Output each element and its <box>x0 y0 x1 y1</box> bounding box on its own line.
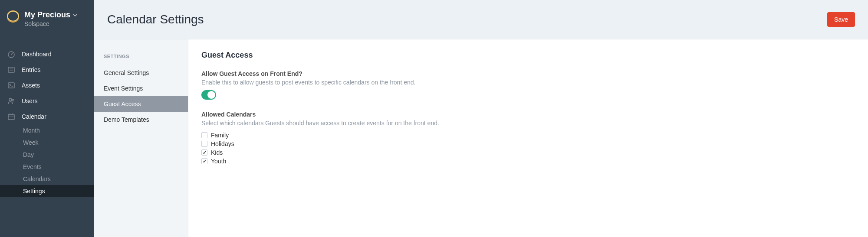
svg-rect-10 <box>8 114 14 120</box>
subnav-settings[interactable]: Settings <box>0 185 94 197</box>
nav-calendar[interactable]: Calendar <box>0 109 94 124</box>
nav-assets[interactable]: Assets <box>0 78 94 93</box>
toggle-knob <box>207 91 215 99</box>
checkbox[interactable] <box>201 141 207 147</box>
subnav-month[interactable]: Month <box>0 124 94 136</box>
field-desc: Select which calendars Guests should hav… <box>201 120 855 127</box>
subnav-day[interactable]: Day <box>0 149 94 161</box>
checkbox-label: Holidays <box>211 140 234 147</box>
brand-title: My Precious <box>24 10 70 19</box>
page-title: Calendar Settings <box>107 13 204 26</box>
nav-dashboard[interactable]: Dashboard <box>0 46 94 62</box>
ring-icon <box>7 10 19 23</box>
gauge-icon <box>7 50 16 58</box>
field-label: Allowed Calendars <box>201 111 855 118</box>
calendar-option: Holidays <box>201 140 855 148</box>
brand-area[interactable]: My Precious Solspace <box>0 0 94 38</box>
nav-label: Entries <box>22 66 41 73</box>
allow-guest-toggle[interactable] <box>201 90 216 100</box>
nav-label: Calendar <box>22 113 46 120</box>
checkbox[interactable] <box>201 158 207 164</box>
checkbox[interactable] <box>201 149 207 156</box>
nav-label: Assets <box>22 82 40 89</box>
svg-point-7 <box>10 84 11 85</box>
subnav-week[interactable]: Week <box>0 136 94 149</box>
settings-sidebar: SETTINGS General Settings Event Settings… <box>94 39 188 237</box>
subnav-events[interactable]: Events <box>0 161 94 173</box>
checkbox-label: Family <box>211 132 229 139</box>
svg-point-1 <box>8 11 19 21</box>
field-allow-guest: Allow Guest Access on Front End? Enable … <box>201 70 855 100</box>
main-content: Guest Access Allow Guest Access on Front… <box>188 39 868 237</box>
settings-nav-demo[interactable]: Demo Templates <box>94 112 188 127</box>
checkbox-label: Kids <box>211 149 223 156</box>
checkbox-label: Youth <box>211 158 226 165</box>
field-allowed-calendars: Allowed Calendars Select which calendars… <box>201 111 855 166</box>
calendar-option: Youth <box>201 157 855 166</box>
page-header: Calendar Settings Save <box>94 0 868 39</box>
subnav-calendars[interactable]: Calendars <box>0 173 94 185</box>
brand-subtitle: Solspace <box>24 20 77 27</box>
calendar-option: Family <box>201 131 855 140</box>
settings-nav-event[interactable]: Event Settings <box>94 81 188 96</box>
newspaper-icon <box>7 66 16 74</box>
svg-point-9 <box>12 99 14 101</box>
nav-entries[interactable]: Entries <box>0 62 94 78</box>
settings-heading: SETTINGS <box>94 39 188 65</box>
save-button[interactable]: Save <box>827 12 855 27</box>
chevron-down-icon <box>73 13 77 17</box>
section-title: Guest Access <box>201 51 855 60</box>
users-icon <box>7 97 16 105</box>
calendar-options: FamilyHolidaysKidsYouth <box>201 131 855 166</box>
calendar-icon <box>7 113 16 120</box>
nav-label: Users <box>22 97 38 104</box>
svg-point-8 <box>9 98 12 101</box>
svg-rect-3 <box>8 67 14 72</box>
calendar-option: Kids <box>201 148 855 157</box>
primary-sidebar: My Precious Solspace Dashboard Entries A… <box>0 0 94 237</box>
svg-rect-6 <box>8 83 14 88</box>
settings-nav-general[interactable]: General Settings <box>94 65 188 81</box>
settings-nav-guest[interactable]: Guest Access <box>94 96 188 112</box>
nav-users[interactable]: Users <box>0 93 94 109</box>
field-label: Allow Guest Access on Front End? <box>201 70 855 77</box>
field-desc: Enable this to allow guests to post even… <box>201 79 855 86</box>
right-pane: Calendar Settings Save SETTINGS General … <box>94 0 868 237</box>
image-icon <box>7 81 16 89</box>
nav-label: Dashboard <box>22 51 52 58</box>
checkbox[interactable] <box>201 132 207 138</box>
